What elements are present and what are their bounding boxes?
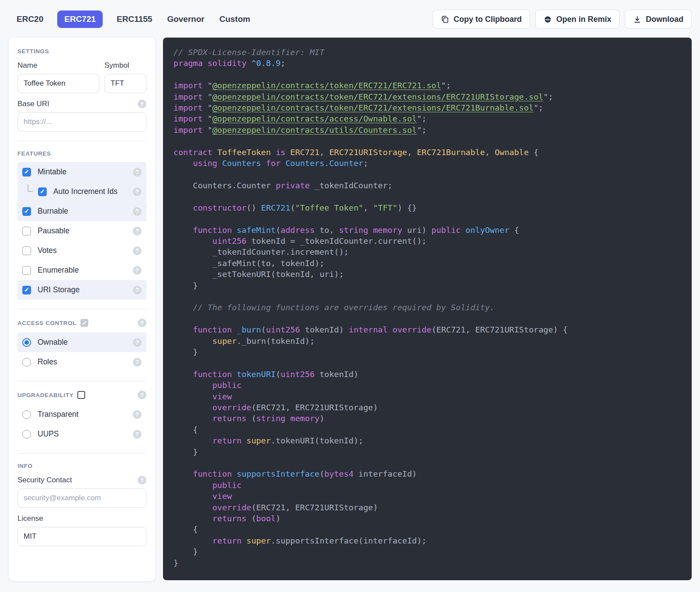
upgradeability-options: Transparent?UUPS?	[17, 405, 146, 444]
help-icon[interactable]: ?	[133, 430, 142, 439]
help-icon[interactable]: ?	[133, 358, 142, 367]
info-heading: Info	[17, 463, 33, 469]
features-section: Features ✓Mintable?✓Auto Increment Ids?✓…	[17, 150, 146, 300]
symbol-input[interactable]	[104, 74, 146, 93]
upgradeability-section: Upgradeability ? Transparent?UUPS?	[17, 391, 146, 444]
tab-erc721[interactable]: ERC721	[57, 10, 103, 28]
code-panel: // SPDX-License-Identifier: MITpragma so…	[163, 38, 692, 580]
download-icon	[633, 15, 641, 24]
help-icon[interactable]: ?	[133, 227, 142, 235]
tab-erc1155[interactable]: ERC1155	[116, 10, 153, 28]
feature-pausable[interactable]: Pausable?	[17, 221, 146, 241]
copy-to-clipboard-button[interactable]: Copy to Clipboard	[433, 10, 530, 29]
checkbox[interactable]	[22, 246, 31, 255]
name-input[interactable]	[17, 74, 99, 93]
checkbox[interactable]	[22, 227, 31, 235]
help-icon[interactable]: ?	[133, 246, 142, 255]
checkbox[interactable]: ✓	[38, 187, 47, 196]
download-button-label: Download	[646, 15, 683, 24]
help-icon[interactable]: ?	[138, 476, 146, 485]
checkbox[interactable]: ✓	[22, 168, 31, 177]
access-control-heading: Access Control	[17, 320, 76, 326]
contract-kind-tabs: ERC20ERC721ERC1155GovernorCustom	[16, 10, 251, 28]
copy-icon	[441, 15, 449, 24]
option-label: Mintable	[38, 167, 66, 177]
solidity-code: // SPDX-License-Identifier: MITpragma so…	[163, 38, 692, 578]
radio-button[interactable]	[22, 338, 31, 347]
feature-votes[interactable]: Votes?	[17, 241, 146, 260]
feature-burnable[interactable]: ✓Burnable?	[17, 201, 146, 221]
option-label: Pausable	[38, 226, 69, 235]
base-uri-input[interactable]	[17, 112, 146, 132]
access-option-roles[interactable]: Roles?	[17, 352, 146, 372]
radio-button[interactable]	[22, 410, 31, 419]
divider	[17, 381, 146, 381]
help-icon[interactable]: ?	[133, 338, 142, 347]
copy-button-label: Copy to Clipboard	[454, 15, 522, 24]
topbar-actions: Copy to Clipboard Open in Remix Download	[433, 10, 692, 29]
tab-erc20[interactable]: ERC20	[16, 10, 44, 28]
checkbox[interactable]: ✓	[22, 207, 31, 216]
access-option-ownable[interactable]: Ownable?	[17, 332, 146, 352]
radio-button[interactable]	[22, 358, 31, 367]
import-link[interactable]: @openzeppelin/contracts/access/Ownable.s…	[212, 114, 417, 123]
option-label: Roles	[38, 357, 57, 367]
features-list: ✓Mintable?✓Auto Increment Ids?✓Burnable?…	[17, 162, 146, 300]
option-label: Ownable	[38, 338, 68, 347]
help-icon[interactable]: ?	[138, 100, 146, 108]
base-uri-label: Base URI	[17, 100, 49, 108]
option-label: Transparent	[38, 410, 79, 419]
option-label: Auto Increment Ids	[53, 187, 118, 196]
divider	[17, 141, 146, 141]
option-label: Burnable	[38, 207, 68, 216]
remix-button-label: Open in Remix	[556, 15, 611, 24]
radio-button[interactable]	[22, 430, 31, 439]
name-label: Name	[17, 61, 99, 70]
import-link[interactable]: @openzeppelin/contracts/token/ERC721/ext…	[212, 92, 543, 101]
import-link[interactable]: @openzeppelin/contracts/token/ERC721/ERC…	[212, 81, 441, 90]
help-icon[interactable]: ?	[138, 319, 146, 327]
main-area: Settings Name Symbol Base URI ?	[0, 38, 700, 592]
settings-heading: Settings	[17, 48, 49, 55]
help-icon[interactable]: ?	[138, 391, 146, 399]
help-icon[interactable]: ?	[133, 168, 142, 177]
help-icon[interactable]: ?	[133, 286, 142, 294]
upgradeability-checkbox[interactable]	[77, 391, 85, 399]
option-label: Votes	[38, 246, 57, 255]
option-label: UUPS	[38, 429, 59, 439]
upgradeability-option-transparent[interactable]: Transparent?	[17, 405, 146, 424]
help-icon[interactable]: ?	[133, 410, 142, 419]
settings-section: Settings Name Symbol Base URI ?	[17, 48, 146, 132]
upgradeability-option-uups[interactable]: UUPS?	[17, 424, 146, 444]
upgradeability-heading: Upgradeability	[17, 392, 73, 398]
security-contact-input[interactable]	[17, 488, 146, 508]
license-label: License	[17, 514, 146, 523]
features-heading: Features	[17, 150, 51, 157]
settings-sidebar: Settings Name Symbol Base URI ?	[9, 38, 155, 581]
divider	[17, 453, 146, 454]
checkbox[interactable]	[22, 266, 31, 275]
help-icon[interactable]: ?	[133, 187, 142, 196]
open-in-remix-button[interactable]: Open in Remix	[535, 10, 620, 29]
contracts-wizard-page: ERC20ERC721ERC1155GovernorCustom Copy to…	[0, 0, 700, 592]
access-control-checkbox[interactable]: ✓	[80, 319, 88, 327]
feature-uri-storage[interactable]: ✓URI Storage?	[17, 280, 146, 300]
tree-connector	[28, 184, 33, 192]
help-icon[interactable]: ?	[133, 207, 142, 216]
license-input[interactable]	[17, 527, 146, 546]
security-contact-label: Security Contact	[17, 476, 72, 485]
feature-auto-increment-ids[interactable]: ✓Auto Increment Ids?	[17, 182, 146, 201]
import-link[interactable]: @openzeppelin/contracts/utils/Counters.s…	[212, 125, 417, 135]
checkbox[interactable]: ✓	[22, 286, 31, 294]
divider	[17, 309, 146, 309]
tab-governor[interactable]: Governor	[166, 10, 205, 28]
option-label: Enumerable	[38, 266, 79, 275]
feature-mintable[interactable]: ✓Mintable?	[17, 162, 146, 182]
download-button[interactable]: Download	[625, 10, 692, 29]
import-link[interactable]: @openzeppelin/contracts/token/ERC721/ext…	[212, 103, 534, 112]
info-section: Info Security Contact ? License	[17, 463, 146, 546]
tab-custom[interactable]: Custom	[218, 10, 251, 28]
help-icon[interactable]: ?	[133, 266, 142, 275]
topbar: ERC20ERC721ERC1155GovernorCustom Copy to…	[0, 0, 700, 38]
feature-enumerable[interactable]: Enumerable?	[17, 260, 146, 280]
